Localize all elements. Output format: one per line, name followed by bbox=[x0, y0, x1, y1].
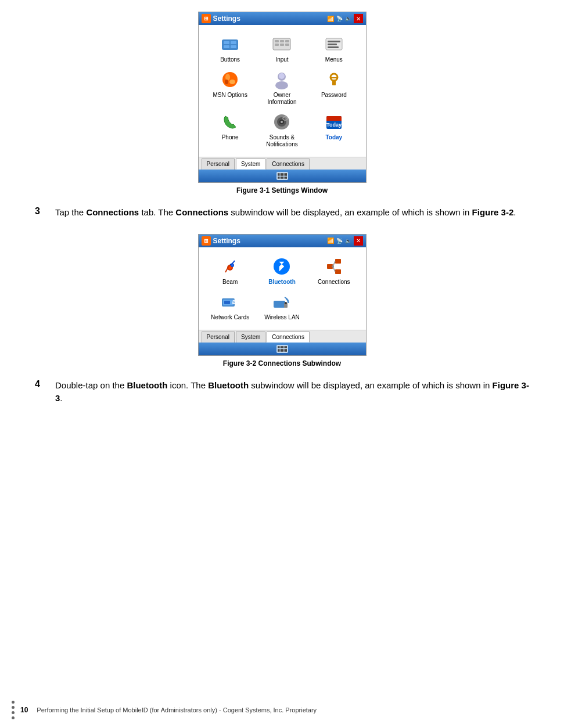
svg-rect-14 bbox=[328, 44, 337, 45]
windows-icon-2: ⊞ bbox=[202, 236, 211, 246]
icon-sounds[interactable]: Sounds & Notifications bbox=[259, 111, 305, 148]
key-dot bbox=[278, 173, 279, 176]
taskbar-1 bbox=[199, 170, 366, 182]
window-tabs-1: Personal System Connections bbox=[199, 157, 366, 170]
tab-connections-1[interactable]: Connections bbox=[267, 158, 310, 170]
icon-menus[interactable]: Menus bbox=[311, 34, 357, 63]
key-dot bbox=[279, 349, 281, 352]
connections-icon bbox=[324, 256, 344, 277]
menus-icon bbox=[324, 34, 344, 55]
icon-input[interactable]: Input bbox=[259, 34, 305, 63]
key-dot bbox=[281, 346, 282, 349]
key-dot bbox=[283, 173, 285, 176]
svg-rect-50 bbox=[224, 301, 230, 304]
step3-bold1: Connections bbox=[86, 207, 139, 217]
password-label: Password bbox=[321, 92, 347, 99]
wireless-lan-icon bbox=[271, 291, 292, 312]
key-dot bbox=[283, 346, 285, 349]
key-dot bbox=[285, 173, 286, 176]
window-body-1: Buttons bbox=[199, 25, 366, 157]
icon-msn[interactable]: MSN Options bbox=[207, 69, 253, 106]
figure2-caption: Figure 3-2 Connections Subwindow bbox=[223, 359, 341, 367]
close-button-1[interactable]: ✕ bbox=[354, 14, 363, 23]
password-icon bbox=[324, 69, 344, 90]
titlebar-right-2: 📶 📡 🔈 ✕ bbox=[327, 236, 363, 246]
svg-rect-11 bbox=[285, 44, 289, 46]
svg-rect-15 bbox=[328, 46, 339, 48]
svg-point-29 bbox=[281, 121, 283, 123]
icon-network-cards[interactable]: Network Cards bbox=[207, 291, 253, 321]
step3-bold2: Connections bbox=[175, 207, 228, 217]
step3-paragraph: 3 Tap the Connections tab. The Connectio… bbox=[35, 206, 529, 219]
footer-dots bbox=[12, 701, 15, 719]
key-dot bbox=[285, 176, 286, 179]
tab-system-1[interactable]: System bbox=[236, 158, 265, 170]
icon-bluetooth[interactable]: Bluetooth bbox=[259, 256, 305, 286]
key-dot bbox=[278, 176, 279, 179]
step4-paragraph: 4 Double-tap on the Bluetooth icon. The … bbox=[35, 379, 529, 405]
tab-personal-1[interactable]: Personal bbox=[202, 158, 235, 170]
tab-personal-2[interactable]: Personal bbox=[202, 331, 235, 343]
icon-phone[interactable]: Phone bbox=[207, 111, 253, 148]
page-footer: 10 Performing the Initial Setup of Mobil… bbox=[0, 701, 564, 719]
step4-bold1: Bluetooth bbox=[127, 380, 167, 390]
svg-rect-2 bbox=[231, 41, 236, 44]
icon-connections[interactable]: Connections bbox=[311, 256, 357, 286]
phone-label: Phone bbox=[222, 134, 239, 141]
window-tabs-2: Personal System Connections bbox=[199, 330, 366, 343]
svg-rect-8 bbox=[285, 40, 289, 42]
figure1-caption: Figure 3-1 Settings Window bbox=[236, 186, 328, 194]
icon-wireless-lan[interactable]: Wireless LAN bbox=[259, 291, 305, 321]
icon-today[interactable]: Today Today bbox=[311, 111, 357, 148]
wireless-lan-label: Wireless LAN bbox=[264, 314, 300, 321]
input-label: Input bbox=[275, 56, 288, 63]
signal-icon-2: 📶 bbox=[327, 237, 334, 244]
icon-buttons[interactable]: Buttons bbox=[207, 34, 253, 63]
icons-grid-1: Buttons bbox=[204, 31, 360, 151]
step4-number: 4 bbox=[35, 379, 46, 390]
icon-password[interactable]: Password bbox=[311, 69, 357, 106]
taskbar-2 bbox=[199, 343, 366, 355]
beam-label: Beam bbox=[222, 279, 238, 286]
svg-point-53 bbox=[285, 302, 287, 304]
page-content: ⊞ Settings 📶 📡 🔈 ✕ bbox=[0, 0, 564, 443]
titlebar-title-1: Settings bbox=[213, 15, 240, 23]
svg-rect-1 bbox=[224, 41, 229, 44]
key-dot bbox=[283, 176, 285, 179]
svg-point-22 bbox=[279, 73, 285, 79]
bluetooth-icon bbox=[271, 256, 292, 277]
buttons-icon bbox=[220, 34, 240, 55]
msn-icon bbox=[220, 69, 240, 90]
step4-bold2: Bluetooth bbox=[208, 380, 249, 390]
connections-label: Connections bbox=[318, 279, 350, 286]
footer-dot-3 bbox=[12, 711, 15, 714]
step4-text: Double-tap on the Bluetooth icon. The Bl… bbox=[55, 379, 529, 405]
figure2-container: ⊞ Settings 📶 📡 🔈 ✕ bbox=[35, 234, 529, 367]
svg-point-46 bbox=[337, 260, 339, 262]
windows-icon-1: ⊞ bbox=[202, 14, 211, 23]
key-dot bbox=[285, 346, 286, 349]
tab-connections-2[interactable]: Connections bbox=[267, 331, 310, 343]
sound-icon-2: 🔈 bbox=[345, 238, 351, 244]
svg-point-18 bbox=[229, 80, 235, 84]
step3-number: 3 bbox=[35, 206, 46, 217]
close-button-2[interactable]: ✕ bbox=[354, 236, 363, 246]
icon-owner[interactable]: Owner Information bbox=[259, 69, 305, 106]
window-body-2: Beam Bluetooth bbox=[199, 247, 366, 330]
key-dot bbox=[279, 346, 281, 349]
key-dot bbox=[283, 349, 285, 352]
footer-page-number: 10 bbox=[20, 706, 28, 714]
icon-beam[interactable]: Beam bbox=[207, 256, 253, 286]
svg-rect-7 bbox=[280, 40, 284, 42]
icons-grid-2: Beam Bluetooth bbox=[204, 253, 360, 324]
sound-icon: 🔈 bbox=[345, 16, 351, 21]
tab-system-2[interactable]: System bbox=[236, 331, 265, 343]
bluetooth-label: Bluetooth bbox=[268, 279, 296, 286]
network-cards-label: Network Cards bbox=[211, 314, 249, 321]
svg-rect-0 bbox=[222, 39, 238, 50]
step3-text: Tap the Connections tab. The Connections… bbox=[55, 206, 516, 219]
signal-icon: 📶 bbox=[327, 16, 334, 22]
svg-rect-3 bbox=[224, 45, 229, 48]
titlebar-2: ⊞ Settings 📶 📡 🔈 ✕ bbox=[199, 235, 366, 247]
svg-rect-13 bbox=[328, 41, 340, 42]
